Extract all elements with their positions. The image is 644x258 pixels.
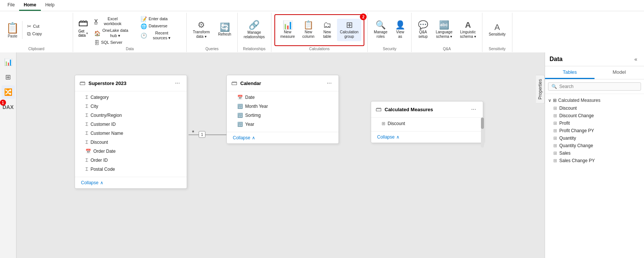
lang-icon: 🔤 bbox=[439, 21, 449, 29]
security-items: 🔍 Manageroles 👤 Viewas bbox=[371, 14, 408, 46]
dax-view-button[interactable]: DAX 1 bbox=[1, 100, 15, 114]
calculations-badge: 2 bbox=[360, 13, 367, 20]
new-measure-label: Newmeasure bbox=[280, 30, 295, 39]
sensitivity-button[interactable]: A Sensitivity bbox=[486, 21, 509, 39]
calendar-menu[interactable]: ··· bbox=[325, 79, 334, 87]
recent-sources-button[interactable]: 🕐 Recent sources ▾ bbox=[138, 30, 183, 41]
tree-item-discount-change[interactable]: ⊞ Discount Change bbox=[545, 112, 644, 119]
item-icon-profit: ⊞ bbox=[553, 121, 557, 126]
item-icon-sales-change: ⊞ bbox=[553, 158, 557, 163]
tree-item-quantity-change[interactable]: ⊞ Quantity Change bbox=[545, 142, 644, 149]
search-input[interactable] bbox=[559, 84, 638, 89]
calc-measures-icon: 🗃 bbox=[376, 106, 382, 113]
queries-label: Queries bbox=[205, 46, 219, 52]
tab-file[interactable]: File bbox=[3, 0, 19, 11]
qna-label: Q&A bbox=[443, 46, 451, 52]
onelake-button[interactable]: 🏠 OneLake data hub ▾ bbox=[92, 27, 137, 39]
tree-group-header-calc[interactable]: ∨ ⊞ Calculated Measures bbox=[545, 96, 644, 104]
tree-group-chevron: ∨ bbox=[548, 98, 551, 103]
calculation-group-button[interactable]: ⊞ Calculationgroup bbox=[337, 19, 361, 41]
tab-model[interactable]: Model bbox=[595, 66, 644, 79]
qna-items: 💬 Q&Asetup 🔤 Languageschema ▾ A Linguist… bbox=[415, 14, 479, 46]
calc-scrollbar-thumb[interactable] bbox=[481, 118, 484, 129]
tree-item-sales-change-py[interactable]: ⊞ Sales Change PY bbox=[545, 157, 644, 164]
field-month-year: 🔢Month Year bbox=[227, 102, 338, 111]
refresh-button[interactable]: 🔄 Refresh bbox=[215, 21, 234, 39]
tree-item-quantity[interactable]: ⊞ Quantity bbox=[545, 134, 644, 142]
superstore-db-icon: 🗃 bbox=[79, 80, 85, 86]
dataverse-label: Dataverse bbox=[148, 24, 167, 28]
tree-item-discount[interactable]: ⊞ Discount bbox=[545, 104, 644, 112]
clipboard-label: Clipboard bbox=[28, 46, 45, 52]
onelake-label: OneLake data hub ▾ bbox=[102, 28, 128, 38]
calendar-table-card: 🗃 Calendar ··· 📅Date 🔢Month Year 🔢Sortim… bbox=[226, 75, 339, 144]
sensitivity-items: A Sensitivity bbox=[486, 14, 509, 46]
field-year: 🔢Year bbox=[227, 120, 338, 129]
dataverse-button[interactable]: 🌐 Dataverse bbox=[138, 23, 183, 30]
item-label-quantity-change: Quantity Change bbox=[559, 143, 593, 148]
cut-button[interactable]: ✂ Cut bbox=[25, 23, 70, 30]
transform-data-button[interactable]: ⚙ Transformdata ▾ bbox=[190, 19, 213, 41]
superstore-scroll[interactable]: ΣCategory ΣCity ΣCountry/Region ΣCustome… bbox=[75, 91, 187, 175]
dataverse-icon: 🌐 bbox=[141, 24, 147, 29]
tree-item-profit-change-py[interactable]: ⊞ Profit Change PY bbox=[545, 127, 644, 134]
copy-button[interactable]: ⧉ Copy bbox=[25, 30, 70, 37]
field-city: ΣCity bbox=[75, 102, 187, 111]
excel-workbook-button[interactable]: X̲ Excel workbook bbox=[92, 16, 137, 27]
language-schema-button[interactable]: 🔤 Languageschema ▾ bbox=[433, 19, 455, 41]
data-icon: ⊞ bbox=[5, 73, 11, 81]
new-column-label: Newcolumn bbox=[303, 30, 315, 39]
recent-icon: 🕐 bbox=[141, 33, 147, 38]
calc-measures-collapse[interactable]: Collapse ∧ bbox=[371, 131, 483, 143]
calc-group-icon: ⊞ bbox=[346, 21, 353, 29]
sensitivity-icon: A bbox=[494, 23, 500, 31]
manage-relationships-button[interactable]: 🔗 Managerelationships bbox=[241, 18, 268, 42]
manage-roles-button[interactable]: 🔍 Manageroles bbox=[371, 19, 390, 41]
right-panel-search: 🔍 bbox=[545, 79, 644, 94]
model-view-button[interactable]: 🔀 bbox=[1, 85, 15, 99]
superstore-collapse[interactable]: Collapse ∧ bbox=[75, 177, 187, 188]
qna-setup-button[interactable]: 💬 Q&Asetup bbox=[415, 19, 431, 41]
calc-measures-card: 🗃 Calculated Measures ··· ⊞Discount Coll… bbox=[371, 101, 483, 143]
superstore-menu[interactable]: ··· bbox=[173, 79, 182, 87]
tab-help[interactable]: Help bbox=[41, 0, 59, 11]
field-sortimg: 🔢Sortimg bbox=[227, 111, 338, 120]
left-sidebar: 📊 ⊞ 🔀 DAX 1 bbox=[0, 52, 16, 258]
field-date: 📅Date bbox=[227, 93, 338, 102]
new-measure-button[interactable]: 📊 Newmeasure bbox=[277, 19, 298, 41]
enter-data-button[interactable]: 📝 Enter data bbox=[138, 16, 183, 22]
right-panel-header: Data « bbox=[545, 52, 644, 66]
item-icon-quantity-change: ⊞ bbox=[553, 143, 557, 148]
linguistic-schema-button[interactable]: A Linguisticschema ▾ bbox=[457, 19, 479, 41]
properties-tab[interactable]: Properties bbox=[536, 75, 545, 104]
dax-badge: 1 bbox=[0, 100, 6, 106]
get-data-label: Getdata bbox=[78, 29, 85, 37]
superstore-header: 🗃 Superstore 2023 ··· bbox=[75, 75, 187, 91]
view-as-button[interactable]: 👤 Viewas bbox=[392, 19, 408, 41]
tab-home[interactable]: Home bbox=[19, 0, 40, 11]
report-view-button[interactable]: 📊 bbox=[1, 55, 15, 69]
data-view-button[interactable]: ⊞ bbox=[1, 70, 15, 84]
right-panel-tabs: Tables Model bbox=[545, 66, 644, 79]
calc-measures-menu[interactable]: ··· bbox=[469, 105, 478, 113]
new-column-button[interactable]: 📋 Newcolumn bbox=[300, 19, 318, 41]
item-label-quantity: Quantity bbox=[559, 136, 576, 141]
get-data-icon: 🗃 bbox=[78, 17, 88, 29]
calendar-body: 📅Date 🔢Month Year 🔢Sortimg 🔢Year bbox=[227, 91, 338, 130]
calendar-collapse[interactable]: Collapse ∧ bbox=[227, 132, 338, 143]
connector-star: * bbox=[192, 130, 194, 136]
clipboard-group: 📋 Paste ✂ Cut ⧉ Copy Clipboard bbox=[0, 13, 73, 52]
collapse-panel-button[interactable]: « bbox=[632, 55, 640, 63]
paste-button[interactable]: 📋 Paste bbox=[3, 21, 22, 39]
superstore-table-card: 🗃 Superstore 2023 ··· ΣCategory ΣCity ΣC… bbox=[75, 75, 187, 189]
get-data-button[interactable]: 🗃 Getdata ▾ bbox=[76, 16, 90, 39]
ribbon-content: 📋 Paste ✂ Cut ⧉ Copy Clipboard bbox=[0, 11, 644, 54]
right-panel-title: Data bbox=[550, 56, 632, 63]
tree-item-profit[interactable]: ⊞ Profit bbox=[545, 119, 644, 127]
field-order-id: ΣOrder ID bbox=[75, 156, 187, 165]
sql-icon: 🗄 bbox=[94, 40, 99, 45]
sql-server-button[interactable]: 🗄 SQL Server bbox=[92, 39, 137, 46]
tree-item-sales[interactable]: ⊞ Sales bbox=[545, 149, 644, 157]
new-table-button[interactable]: 🗂 Newtable bbox=[319, 19, 335, 41]
tab-tables[interactable]: Tables bbox=[545, 66, 595, 79]
